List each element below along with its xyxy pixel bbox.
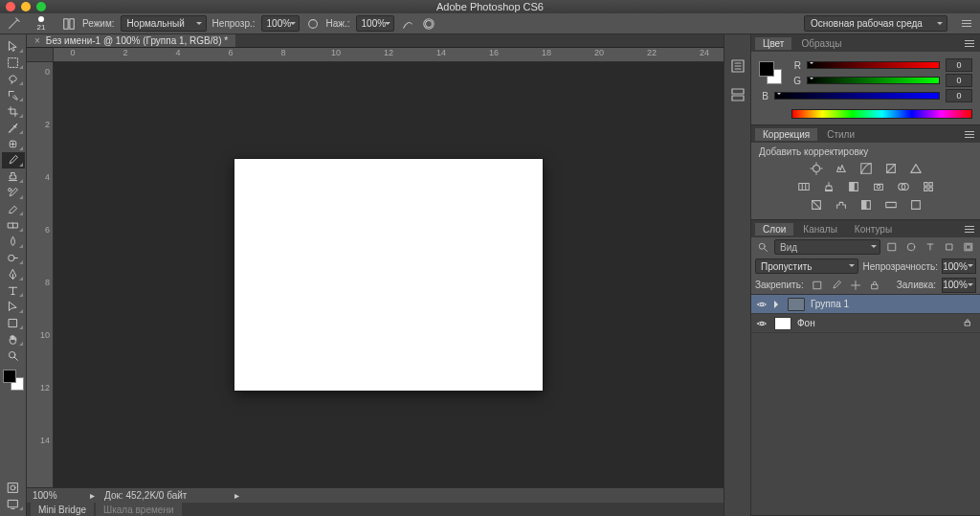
dodge-tool[interactable] [2,250,25,266]
layer-name[interactable]: Фон [797,318,815,328]
filter-type-select[interactable]: Вид [774,239,880,255]
opacity-input[interactable]: 100% [261,15,300,32]
blur-tool[interactable] [2,234,25,250]
zoom-level[interactable]: 100% [33,490,80,501]
document-info[interactable]: Док: 452,2K/0 байт [104,490,187,501]
filter-type-icon[interactable] [923,239,938,255]
invert-icon[interactable] [809,197,824,213]
layers-tab[interactable]: Слои [755,223,793,236]
color-ramp[interactable] [791,109,972,119]
layer-row[interactable]: Фон [751,314,980,333]
channels-tab[interactable]: Каналы [795,223,845,236]
b-slider[interactable] [774,92,940,100]
curves-icon[interactable] [858,161,874,176]
brush-preset-picker[interactable]: 21 [27,15,56,33]
levels-icon[interactable] [834,161,849,176]
pressure-opacity-icon[interactable] [305,16,321,32]
flow-input[interactable]: 100% [356,15,394,32]
filter-shape-icon[interactable] [942,239,957,255]
quick-mask-toggle[interactable] [2,480,25,496]
gradient-tool[interactable] [2,217,25,234]
photo-filter-icon[interactable] [871,179,886,194]
pressure-size-icon[interactable] [421,16,436,32]
screen-mode-toggle[interactable] [2,496,25,512]
eyedropper-tool[interactable] [2,120,25,136]
visibility-toggle-icon[interactable] [755,317,768,330]
selective-color-icon[interactable] [908,197,924,213]
layer-name[interactable]: Группа 1 [811,299,849,309]
canvas-viewport[interactable] [54,62,724,487]
styles-tab[interactable]: Стили [819,128,862,141]
shape-tool[interactable] [2,315,25,331]
color-lookup-icon[interactable] [921,179,936,194]
hand-tool[interactable] [2,331,25,348]
paths-tab[interactable]: Контуры [847,223,900,236]
eraser-tool[interactable] [2,201,25,217]
color-swatches[interactable] [3,370,24,391]
panel-menu-icon[interactable] [963,128,976,140]
r-slider[interactable] [807,61,940,69]
disclosure-triangle-icon[interactable] [774,301,782,308]
lock-all-icon[interactable] [867,278,882,293]
panel-color-swatches[interactable] [759,61,782,84]
layer-opacity-input[interactable]: 100% [942,258,976,274]
brightness-contrast-icon[interactable] [809,161,824,176]
chevron-right-icon[interactable]: ▸ [234,490,239,501]
black-white-icon[interactable] [846,179,861,194]
adjustments-tab[interactable]: Коррекция [755,128,817,141]
options-menu-icon[interactable] [959,16,974,32]
timeline-tab[interactable]: Шкала времени [96,503,181,516]
layer-row[interactable]: Группа 1 [751,295,980,314]
blend-mode-select[interactable]: Нормальный [121,15,207,32]
ruler-origin[interactable] [27,48,54,62]
pen-tool[interactable] [2,266,25,282]
filter-adjust-icon[interactable] [903,239,919,255]
foreground-color-swatch[interactable] [3,370,16,383]
g-slider[interactable] [807,77,940,84]
lasso-tool[interactable] [2,71,25,87]
filter-search-icon[interactable] [755,239,770,255]
properties-panel-icon[interactable] [729,86,746,103]
marquee-tool[interactable] [2,55,25,71]
document-tab-close-icon[interactable]: × [34,35,40,46]
layer-thumbnail[interactable] [774,317,791,330]
path-select-tool[interactable] [2,299,25,315]
workspace-select[interactable]: Основная рабочая среда [804,15,947,32]
stamp-tool[interactable] [2,168,25,185]
layer-fill-input[interactable]: 100% [942,278,976,293]
panel-menu-icon[interactable] [963,223,976,235]
history-panel-icon[interactable] [729,57,746,75]
panel-menu-icon[interactable] [963,37,976,49]
lock-pixels-icon[interactable] [829,278,844,293]
quick-select-tool[interactable] [2,87,25,103]
canvas[interactable] [234,159,543,391]
visibility-toggle-icon[interactable] [755,298,768,311]
color-balance-icon[interactable] [821,179,836,194]
b-value[interactable]: 0 [946,89,972,102]
vibrance-icon[interactable] [908,161,924,176]
filter-smart-icon[interactable] [961,239,976,255]
channel-mixer-icon[interactable] [896,179,911,194]
g-value[interactable]: 0 [946,74,972,87]
hue-sat-icon[interactable] [796,179,812,194]
crop-tool[interactable] [2,103,25,120]
chevron-right-icon[interactable]: ▸ [90,490,95,501]
tool-preset-picker[interactable] [6,16,21,32]
threshold-icon[interactable] [858,197,874,213]
layer-blend-mode-select[interactable]: Пропустить [755,258,858,274]
panel-fg-swatch[interactable] [759,61,774,77]
gradient-map-icon[interactable] [883,197,899,213]
posterize-icon[interactable] [834,197,849,213]
lock-transparent-icon[interactable] [810,278,825,293]
color-tab[interactable]: Цвет [755,37,791,50]
horizontal-ruler[interactable]: 024681012141618202224 [54,48,724,62]
type-tool[interactable] [2,282,25,299]
airbrush-icon[interactable] [400,16,415,32]
history-brush-tool[interactable] [2,185,25,201]
zoom-tool[interactable] [2,348,25,364]
document-tab[interactable]: × Без имени-1 @ 100% (Группа 1, RGB/8) * [27,34,235,47]
mini-bridge-tab[interactable]: Mini Bridge [31,503,94,516]
exposure-icon[interactable] [883,161,899,176]
toggle-brush-panel-icon[interactable] [61,16,77,32]
filter-pixel-icon[interactable] [884,239,900,255]
